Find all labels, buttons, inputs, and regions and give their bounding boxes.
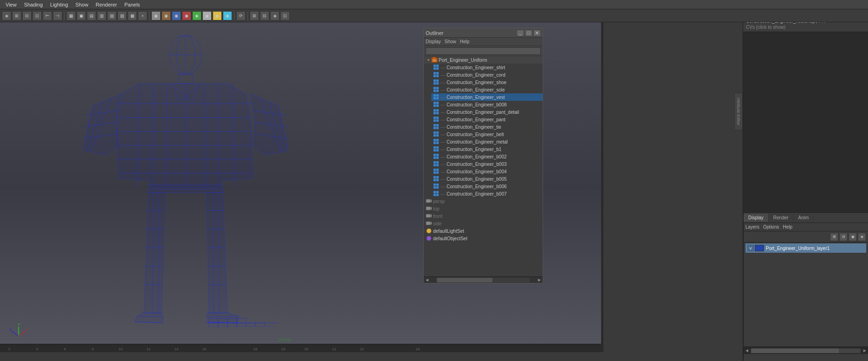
outliner-item-shirt[interactable]: — Construction_Engineer_shirt <box>431 64 543 71</box>
layers-toolbar-btn-2[interactable]: ⊟ <box>839 233 848 241</box>
outliner-item-b003[interactable]: — Construction_Engineer_b003 <box>431 160 543 168</box>
layers-toolbar-btn-4[interactable]: ◈ <box>858 233 866 241</box>
outliner-scroll-right[interactable]: ▶ <box>536 277 543 283</box>
outliner-item-b007[interactable]: — Construction_Engineer_b007 <box>431 190 543 197</box>
outliner-hscroll-thumb[interactable] <box>437 278 492 282</box>
attribute-editor-tab[interactable]: Attribute Editor <box>734 93 743 130</box>
channel-box-cvs-label[interactable]: CVs (click to show) <box>746 25 865 30</box>
outliner-close-btn[interactable]: ✕ <box>533 30 541 36</box>
toolbar-btn-27[interactable]: ⊡ <box>280 11 290 20</box>
toolbar-btn-23[interactable]: ⟳ <box>236 11 246 20</box>
toolbar-btn-7[interactable]: ▦ <box>66 11 76 20</box>
toolbar-btn-16[interactable]: ◉ <box>162 11 171 20</box>
outliner-item-top[interactable]: top <box>424 205 543 212</box>
outliner-titlebar[interactable]: Outliner _ □ ✕ <box>424 28 543 38</box>
outliner-item-vest-label: Construction_Engineer_vest <box>447 95 505 100</box>
outliner-item-persp[interactable]: persp <box>424 197 543 205</box>
tab-display[interactable]: Display <box>744 214 769 222</box>
outliner-item-shoe[interactable]: — Construction_Engineer_shoe <box>431 79 543 86</box>
menu-view[interactable]: View <box>2 1 20 8</box>
outliner-maximize-btn[interactable]: □ <box>525 30 532 36</box>
outliner-item-default-object-set-label: defaultObjectSet <box>433 236 467 241</box>
layers-menu-options[interactable]: Options <box>763 224 779 230</box>
layers-toolbar-btn-3[interactable]: ◉ <box>849 233 857 241</box>
outliner-menu-display[interactable]: Display <box>426 39 441 44</box>
viewport-resize-handle[interactable] <box>601 22 603 352</box>
outliner-content[interactable]: ▼ Port_Engineer_Uniform — <box>424 56 543 276</box>
toolbar-btn-11[interactable]: ▧ <box>107 11 117 20</box>
outliner-mesh-icon-tie <box>433 124 440 130</box>
outliner-item-b008[interactable]: — Construction_Engineer_b008 <box>431 101 543 108</box>
toolbar-btn-18[interactable]: ◉ <box>182 11 191 20</box>
layer-color-swatch[interactable] <box>755 245 764 251</box>
menu-renderer[interactable]: Renderer <box>92 1 121 8</box>
toolbar-btn-26[interactable]: ◈ <box>270 11 279 20</box>
outliner-item-b1[interactable]: — Construction_Engineer_b1 <box>431 145 543 153</box>
toolbar-btn-4[interactable]: ⊡ <box>32 11 42 20</box>
outliner-mesh-icon-b006 <box>433 183 440 190</box>
toolbar-btn-8[interactable]: ▣ <box>77 11 86 20</box>
outliner-menu-help[interactable]: Help <box>460 39 470 44</box>
outliner-expand-group[interactable]: ▼ <box>426 57 431 63</box>
layers-scroll-right[interactable]: ▶ <box>862 348 868 354</box>
outliner-item-b008-label: Construction_Engineer_b008 <box>447 102 507 107</box>
layer-visibility-toggle[interactable]: V <box>747 245 754 251</box>
tab-render[interactable]: Render <box>769 214 794 222</box>
toolbar-btn-1[interactable]: ◈ <box>2 11 11 20</box>
outliner-hscroll-track[interactable] <box>437 278 530 282</box>
outliner-item-metal[interactable]: — Construction_Engineer_metal <box>431 138 543 145</box>
outliner-item-front[interactable]: front <box>424 212 543 220</box>
tab-anim[interactable]: Anim <box>794 214 814 222</box>
toolbar-btn-22[interactable]: ◉ <box>223 11 232 20</box>
toolbar-btn-14[interactable]: ▪ <box>138 11 147 20</box>
svg-rect-97 <box>434 112 436 114</box>
layer-item[interactable]: V Port_Engineer_Uniform_layer1 <box>745 243 866 253</box>
outliner-item-vest[interactable]: — Construction_Engineer_vest <box>431 93 543 101</box>
layers-scroll-track[interactable] <box>751 348 861 353</box>
toolbar-btn-6[interactable]: ⊣ <box>53 11 62 20</box>
outliner-item-default-object-set[interactable]: defaultObjectSet <box>424 235 543 242</box>
outliner-item-b004[interactable]: — Construction_Engineer_b004 <box>431 168 543 175</box>
outliner-minimize-btn[interactable]: _ <box>517 30 524 36</box>
menu-panels[interactable]: Panels <box>121 1 144 8</box>
layers-menu-help[interactable]: Help <box>783 224 792 230</box>
outliner-item-b005[interactable]: — Construction_Engineer_b005 <box>431 175 543 183</box>
toolbar-btn-13[interactable]: ▩ <box>128 11 137 20</box>
outliner-search-input[interactable] <box>426 47 541 55</box>
outliner-group-label: Port_Engineer_Uniform <box>439 58 487 63</box>
outliner-mesh-icon-pant <box>433 116 440 123</box>
layers-menu-layers[interactable]: Layers <box>745 224 759 230</box>
outliner-item-tie[interactable]: — Construction_Engineer_tie <box>431 123 543 131</box>
toolbar-btn-19[interactable]: ◉ <box>192 11 201 20</box>
outliner-item-belt[interactable]: — Construction_Engineer_belt <box>431 131 543 138</box>
outliner-item-b006[interactable]: — Construction_Engineer_b006 <box>431 183 543 190</box>
toolbar-btn-2[interactable]: ⊞ <box>12 11 21 20</box>
outliner-scroll-left[interactable]: ◀ <box>424 277 430 283</box>
menu-shading[interactable]: Shading <box>20 1 46 8</box>
toolbar-btn-24[interactable]: ⊞ <box>250 11 259 20</box>
toolbar-btn-9[interactable]: ▤ <box>87 11 96 20</box>
toolbar-btn-12[interactable]: ▨ <box>117 11 127 20</box>
layers-toolbar-btn-1[interactable]: ⊞ <box>830 233 838 241</box>
outliner-item-default-light-set[interactable]: defaultLightSet <box>424 227 543 235</box>
outliner-item-b002[interactable]: — Construction_Engineer_b002 <box>431 153 543 160</box>
outliner-item-pant-detail[interactable]: — Construction_Engineer_pant_detail <box>431 108 543 116</box>
toolbar-btn-3[interactable]: ⊟ <box>22 11 32 20</box>
layers-scroll-thumb[interactable] <box>751 348 839 353</box>
outliner-item-side[interactable]: side <box>424 220 543 227</box>
outliner-menu-show[interactable]: Show <box>445 39 456 44</box>
outliner-item-cord[interactable]: — Construction_Engineer_cord <box>431 71 543 79</box>
layers-scroll-left[interactable]: ◀ <box>744 348 750 354</box>
toolbar-btn-10[interactable]: ▥ <box>97 11 106 20</box>
toolbar-btn-21[interactable]: ◉ <box>213 11 222 20</box>
toolbar-btn-17[interactable]: ◉ <box>172 11 181 20</box>
outliner-item-pant[interactable]: — Construction_Engineer_pant <box>431 116 543 123</box>
menu-show[interactable]: Show <box>72 1 92 8</box>
toolbar-btn-15[interactable]: ◉ <box>151 11 161 20</box>
outliner-item-group[interactable]: ▼ Port_Engineer_Uniform <box>424 56 543 64</box>
toolbar-btn-5[interactable]: ⊢ <box>43 11 52 20</box>
menu-lighting[interactable]: Lighting <box>46 1 72 8</box>
toolbar-btn-20[interactable]: ◉ <box>202 11 212 20</box>
toolbar-btn-25[interactable]: ⊟ <box>260 11 269 20</box>
outliner-item-sole[interactable]: — Construction_Engineer_sole <box>431 86 543 93</box>
